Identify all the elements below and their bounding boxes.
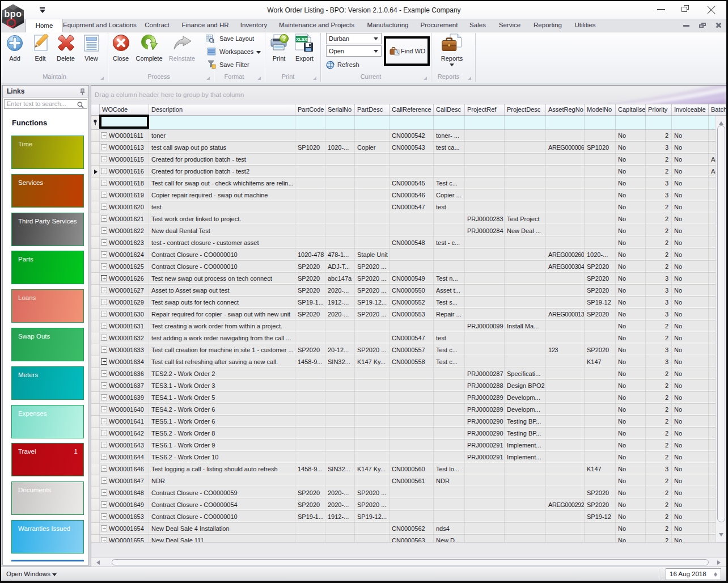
- svg-text:bpo: bpo: [5, 9, 22, 19]
- svg-text:XLSX: XLSX: [296, 37, 307, 42]
- svg-text:?: ?: [282, 35, 286, 42]
